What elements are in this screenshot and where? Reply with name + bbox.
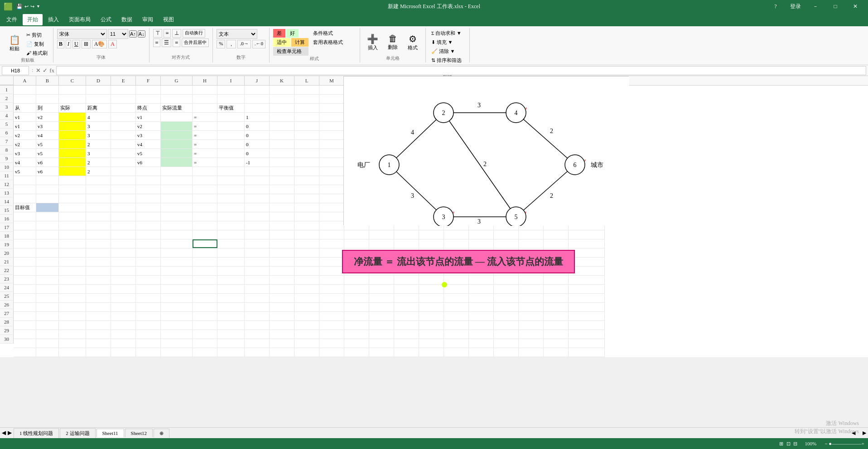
cell-M6[interactable] xyxy=(319,131,344,139)
next-sheet-button[interactable]: ▶ xyxy=(8,430,12,436)
cell-M30[interactable] xyxy=(319,348,344,357)
cell-S17[interactable] xyxy=(469,230,494,239)
cell-J28[interactable] xyxy=(245,330,270,339)
row-header-26[interactable]: 26 xyxy=(0,301,14,309)
cell-C30[interactable] xyxy=(59,348,86,357)
cell-H27[interactable] xyxy=(193,321,217,330)
cell-E1[interactable] xyxy=(111,86,136,94)
col-D[interactable]: D xyxy=(86,76,111,85)
cell-J10[interactable] xyxy=(245,167,270,176)
cell-G13[interactable] xyxy=(161,194,193,203)
cell-J12[interactable] xyxy=(245,185,270,194)
cell-H26[interactable] xyxy=(193,312,217,320)
cell-I30[interactable] xyxy=(217,348,245,357)
cell-C9[interactable] xyxy=(59,158,86,167)
cell-I8[interactable] xyxy=(217,149,245,158)
cell-C2[interactable] xyxy=(59,95,86,103)
col-B[interactable]: B xyxy=(36,76,59,85)
cell-C29[interactable] xyxy=(59,339,86,348)
cell-K8[interactable] xyxy=(270,149,294,158)
cell-U30[interactable] xyxy=(519,348,544,357)
cell-E6[interactable] xyxy=(111,131,136,139)
bad-style[interactable]: 差 xyxy=(273,29,285,38)
cell-U17[interactable] xyxy=(519,230,544,239)
cell-B18[interactable] xyxy=(36,239,59,248)
row-header-25[interactable]: 25 xyxy=(0,292,14,301)
cell-F3[interactable]: 终点 xyxy=(136,104,161,112)
cell-M23[interactable] xyxy=(319,285,344,293)
cell-F25[interactable] xyxy=(136,303,161,311)
cell-A3[interactable]: 从 xyxy=(14,104,36,112)
cell-F22[interactable] xyxy=(136,276,161,284)
cell-M12[interactable] xyxy=(319,185,344,194)
cell-C10[interactable] xyxy=(59,167,86,176)
cell-H12[interactable] xyxy=(193,185,217,194)
cell-J8[interactable]: 0 xyxy=(245,149,270,158)
cell-G22[interactable] xyxy=(161,276,193,284)
cell-E15[interactable] xyxy=(111,212,136,221)
font-color-button[interactable]: A xyxy=(108,40,117,48)
cell-B22[interactable] xyxy=(36,276,59,284)
cell-H7[interactable]: = xyxy=(193,140,217,148)
cell-J5[interactable]: 0 xyxy=(245,122,270,130)
col-G[interactable]: G xyxy=(161,76,193,85)
row-header-29[interactable]: 29 xyxy=(0,326,14,335)
cell-H25[interactable] xyxy=(193,303,217,311)
cell-N29[interactable] xyxy=(344,339,369,348)
cell-L3[interactable] xyxy=(294,104,319,112)
cell-J2[interactable] xyxy=(245,95,270,103)
cell-U29[interactable] xyxy=(519,339,544,348)
cell-K22[interactable] xyxy=(270,276,294,284)
cell-R18[interactable] xyxy=(444,239,469,248)
cell-B19[interactable] xyxy=(36,248,59,257)
cell-B20[interactable] xyxy=(36,258,59,266)
cell-W17[interactable] xyxy=(569,230,605,239)
cell-R30[interactable] xyxy=(444,348,469,357)
cell-C4[interactable] xyxy=(59,113,86,121)
table-format-button[interactable]: 套用表格格式 xyxy=(311,38,345,46)
cell-T28[interactable] xyxy=(494,330,519,339)
cell-K16[interactable] xyxy=(270,221,294,230)
cell-C17[interactable] xyxy=(59,230,86,239)
font-size-select[interactable]: 11 xyxy=(108,29,128,39)
cell-B26[interactable] xyxy=(36,312,59,320)
row-header-7[interactable]: 7 xyxy=(0,137,14,146)
cell-B13[interactable] xyxy=(36,194,59,203)
cell-L19[interactable] xyxy=(294,248,319,257)
cell-J18[interactable] xyxy=(245,239,270,248)
cell-I5[interactable] xyxy=(217,122,245,130)
cell-E17[interactable] xyxy=(111,230,136,239)
cell-S23[interactable] xyxy=(469,285,494,293)
cell-G8[interactable] xyxy=(161,149,193,158)
cell-I15[interactable] xyxy=(217,212,245,221)
cell-A18[interactable] xyxy=(14,239,36,248)
cell-E11[interactable] xyxy=(111,176,136,185)
cell-B5[interactable]: v3 xyxy=(36,122,59,130)
cell-D18[interactable] xyxy=(86,239,111,248)
cell-M7[interactable] xyxy=(319,140,344,148)
maximize-button[interactable]: □ xyxy=(826,0,844,13)
cell-E12[interactable] xyxy=(111,185,136,194)
row-header-6[interactable]: 6 xyxy=(0,129,14,137)
cell-A25[interactable] xyxy=(14,303,36,311)
cell-L21[interactable] xyxy=(294,267,319,275)
row-header-24[interactable]: 24 xyxy=(0,283,14,292)
cell-I23[interactable] xyxy=(217,285,245,293)
scroll-right-button[interactable]: ▶ xyxy=(863,430,866,436)
cell-I18[interactable] xyxy=(217,239,245,248)
cell-K17[interactable] xyxy=(270,230,294,239)
cell-G4[interactable] xyxy=(161,113,193,121)
cell-F20[interactable] xyxy=(136,258,161,266)
cell-D5[interactable]: 3 xyxy=(86,122,111,130)
col-I[interactable]: I xyxy=(217,76,245,85)
cell-L13[interactable] xyxy=(294,194,319,203)
cell-L20[interactable] xyxy=(294,258,319,266)
cell-K13[interactable] xyxy=(270,194,294,203)
row-header-23[interactable]: 23 xyxy=(0,275,14,283)
cell-J16[interactable] xyxy=(245,221,270,230)
cell-I12[interactable] xyxy=(217,185,245,194)
cell-E21[interactable] xyxy=(111,267,136,275)
cell-D19[interactable] xyxy=(86,248,111,257)
cell-G16[interactable] xyxy=(161,221,193,230)
cell-G5[interactable] xyxy=(161,122,193,130)
